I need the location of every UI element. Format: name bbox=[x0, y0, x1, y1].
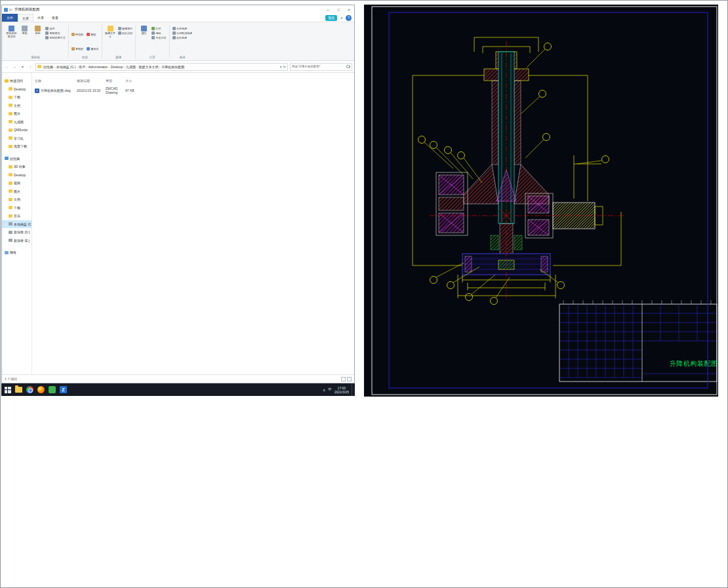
ime-indicator[interactable]: 中 bbox=[328, 387, 332, 392]
sidebar-item-new-volume-e[interactable]: 新加卷 (E:) bbox=[2, 237, 31, 245]
column-header-date[interactable]: 修改日期 bbox=[77, 79, 106, 83]
tab-share[interactable]: 共享 bbox=[33, 14, 48, 22]
sidebar-item-desktop[interactable]: Desktop bbox=[2, 85, 31, 94]
search-box[interactable] bbox=[290, 63, 352, 71]
column-header-name[interactable]: 名称 bbox=[35, 79, 77, 83]
file-type: ZWCAD Drawing bbox=[106, 87, 125, 94]
preview-badge[interactable]: 预览 bbox=[325, 15, 337, 21]
open-button[interactable]: 打开 bbox=[152, 27, 167, 30]
drive-icon bbox=[9, 231, 12, 234]
new-item-button[interactable]: 新建项目 bbox=[118, 27, 133, 30]
copy-to-button[interactable]: 复制到 bbox=[71, 43, 84, 55]
sidebar-item-this-pc[interactable]: 此电脑 bbox=[2, 155, 31, 163]
sidebar-item-pc-downloads[interactable]: 下载 bbox=[2, 204, 31, 212]
sidebar-item-xuexili[interactable]: 学习礼 bbox=[2, 134, 31, 143]
delete-button[interactable]: 删除 bbox=[87, 28, 99, 41]
easy-access-button[interactable]: 轻松访问 bbox=[118, 31, 133, 35]
sidebar-item-jiuxitu[interactable]: 九溪图 bbox=[2, 118, 31, 127]
rename-button[interactable]: 重命名 bbox=[87, 43, 99, 55]
sidebar-item-videos[interactable]: 视频 bbox=[2, 179, 31, 187]
up-button[interactable]: ↑ bbox=[28, 65, 33, 69]
breadcrumb-segment[interactable]: 新建文本文档 bbox=[138, 65, 159, 69]
cut-button[interactable]: 剪切 bbox=[45, 27, 66, 30]
select-none-icon bbox=[172, 31, 176, 35]
breadcrumb[interactable]: 此电脑› 本地磁盘 (C:)› 用户› Administrator› Deskt… bbox=[35, 63, 288, 71]
tab-file[interactable]: 文件 bbox=[2, 14, 18, 22]
copy-button[interactable]: 复制 bbox=[19, 24, 30, 55]
help-icon[interactable]: ? bbox=[346, 15, 352, 21]
sidebar-item-music[interactable]: 音乐 bbox=[2, 212, 31, 220]
select-none-button[interactable]: 全部取消选择 bbox=[172, 31, 193, 35]
taskbar-firefox[interactable] bbox=[37, 385, 45, 394]
breadcrumb-segment[interactable]: 九溪图 bbox=[125, 65, 136, 69]
zwcad-icon: Z bbox=[60, 386, 67, 393]
invert-selection-button[interactable]: 反向选择 bbox=[172, 36, 193, 39]
close-button[interactable]: × bbox=[344, 5, 354, 14]
address-dropdown-icon[interactable]: ▾ bbox=[280, 65, 282, 69]
breadcrumb-segment[interactable]: Administrator bbox=[88, 65, 108, 69]
folder-icon bbox=[15, 387, 22, 393]
group-label-open: 打开 bbox=[136, 55, 169, 60]
sidebar-item-pc-documents[interactable]: 文档 bbox=[2, 195, 31, 204]
start-button[interactable] bbox=[3, 385, 12, 394]
select-all-icon bbox=[172, 27, 176, 30]
properties-button[interactable]: 属性 bbox=[138, 24, 150, 55]
thumbnails-view-icon[interactable] bbox=[347, 377, 352, 382]
sidebar-item-new-volume-d[interactable]: 新加卷 (D:) bbox=[2, 228, 31, 237]
sidebar-item-qmscript[interactable]: QMScript bbox=[2, 126, 31, 134]
tab-view[interactable]: 查看 bbox=[48, 14, 62, 22]
forward-button[interactable]: → bbox=[12, 65, 18, 69]
sidebar-item-pc-pictures[interactable]: 图片 bbox=[2, 187, 31, 196]
collapse-ribbon-icon[interactable]: ∧ bbox=[340, 16, 343, 20]
column-header-size[interactable]: 大小 bbox=[125, 79, 142, 83]
table-row[interactable]: Z 升降机构装配图.dwg 2010/1/15 15:33 ZWCAD Draw… bbox=[35, 87, 354, 94]
cad-window: 升降机构装配图 bbox=[364, 5, 718, 397]
tab-home[interactable]: 主页 bbox=[18, 14, 33, 22]
column-header-type[interactable]: 类型 bbox=[106, 79, 125, 83]
sidebar-item-pictures[interactable]: 图片 bbox=[2, 109, 31, 118]
refresh-icon[interactable]: ↻ bbox=[283, 65, 286, 69]
sidebar-item-network[interactable]: 网络 bbox=[2, 248, 31, 257]
sidebar-item-3d-objects[interactable]: 3D 对象 bbox=[2, 163, 31, 171]
details-view-icon[interactable] bbox=[341, 377, 346, 382]
new-folder-button[interactable]: 新建文件夹 bbox=[105, 24, 116, 55]
sidebar-item-quick-access[interactable]: 快速访问 bbox=[2, 77, 31, 85]
taskbar-file-explorer[interactable] bbox=[14, 385, 23, 394]
breadcrumb-segment[interactable]: 用户 bbox=[78, 65, 86, 69]
sidebar-item-thunder-downloads[interactable]: 迅雷下载 bbox=[2, 142, 31, 151]
recent-dropdown-icon[interactable]: ▾ bbox=[20, 64, 26, 69]
paste-button[interactable]: 粘贴 bbox=[32, 24, 43, 55]
sidebar-item-local-disk-c[interactable]: 本地磁盘 (C:) bbox=[2, 220, 31, 229]
search-input[interactable] bbox=[292, 65, 346, 68]
qat-dropdown-icon[interactable] bbox=[9, 9, 12, 11]
taskbar-chrome[interactable] bbox=[26, 385, 34, 394]
history-button[interactable]: 历史记录 bbox=[152, 36, 167, 39]
breadcrumb-segment[interactable]: Desktop bbox=[110, 65, 123, 69]
folder-icon bbox=[9, 104, 12, 107]
move-to-button[interactable]: 移动到 bbox=[71, 28, 84, 41]
copy-path-button[interactable]: 复制路径 bbox=[45, 31, 66, 35]
ribbon-group-organize: 移动到 删除 复制到 重命名 组织 bbox=[69, 24, 102, 60]
tray-chevron-icon[interactable]: ∧ bbox=[323, 388, 325, 392]
edit-button[interactable]: 编辑 bbox=[152, 31, 167, 35]
navigation-pane: 快速访问 Desktop 下载 文档 图片 九溪图 QMScript 学习礼 迅… bbox=[2, 73, 32, 374]
pin-quick-access-button[interactable]: 固定到快速访问 bbox=[6, 24, 17, 55]
taskbar-zwcad[interactable]: Z bbox=[59, 385, 68, 394]
folder-icon bbox=[9, 96, 12, 99]
breadcrumb-segment[interactable]: 此电脑 bbox=[43, 65, 54, 69]
sidebar-item-documents[interactable]: 文档 bbox=[2, 102, 31, 110]
sidebar-item-downloads[interactable]: 下载 bbox=[2, 93, 31, 102]
show-desktop-button[interactable] bbox=[352, 383, 353, 396]
sidebar-item-pc-desktop[interactable]: Desktop bbox=[2, 171, 31, 180]
paste-shortcut-button[interactable]: 粘贴快捷方式 bbox=[45, 36, 66, 39]
taskbar-wechat[interactable] bbox=[48, 385, 56, 394]
minimize-button[interactable]: ─ bbox=[323, 5, 333, 14]
breadcrumb-segment[interactable]: 升降机构装配图 bbox=[161, 65, 185, 69]
file-list: 名称 修改日期 类型 大小 Z 升降机构装配图.dwg 2010/1/15 15… bbox=[32, 73, 354, 374]
clock[interactable]: 17:00 2021/3/25 bbox=[334, 386, 349, 394]
select-all-button[interactable]: 全部选择 bbox=[172, 27, 193, 30]
back-button[interactable]: ← bbox=[4, 65, 10, 69]
maximize-button[interactable]: □ bbox=[333, 5, 344, 14]
breadcrumb-segment[interactable]: 本地磁盘 (C:) bbox=[56, 65, 77, 69]
group-label-select: 选择 bbox=[170, 55, 195, 60]
